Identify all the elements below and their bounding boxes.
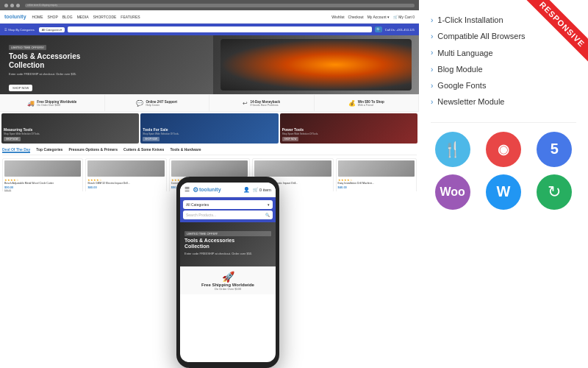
chef-symbol: 🍴 [443, 141, 462, 158]
phone-shipping: 🚀 Free Shipping Worldwide On Order Over … [180, 266, 276, 294]
tab-top-categories: Top Categories [36, 147, 62, 153]
chef-icon-circle: 🍴 [435, 132, 470, 167]
product-card-5: ★★★★☆ Easy Installation Drill Machine...… [336, 158, 417, 191]
phone-search-placeholder: Search Products... [186, 213, 216, 217]
cat-banner-forsale-sub: Shop Spare Wide Selection Of Tools. [143, 132, 179, 135]
tab-hardware: Tools & Hardware [170, 147, 201, 153]
phone-cart-icon: 🛒 0 item [253, 187, 271, 192]
phone-hamburger-icon: ☰ [184, 186, 190, 193]
feature-text-5: Google Fonts [437, 80, 486, 91]
cat-banner-power: Power Tools Shop Spare Wide Selection Of… [280, 113, 417, 144]
nav-blog: BLOG [62, 15, 73, 19]
phone-shipping-icon: 🚀 [184, 271, 272, 283]
phone-mockup: ☰ ⚙ toolunity 👤 🛒 0 item All Categories … [176, 177, 279, 368]
divider [431, 122, 576, 123]
feature-item-5: › Google Fonts [431, 80, 576, 91]
mock-nav-right: Wishlist Checkout My Account ▾ 🛒 My Cart… [331, 15, 415, 19]
browser-dot-1 [4, 4, 8, 7]
browser-bar: online store & shipping enquiry [0, 0, 419, 10]
nav-home: HOME [32, 15, 43, 19]
nav-media: MEDIA [77, 15, 89, 19]
mock-nav: toolunity HOME SHOP BLOG MEDIA SHORTCODE… [0, 10, 419, 24]
phone-search-icon: 🔍 [265, 213, 270, 217]
html5-symbol: 5 [551, 141, 559, 158]
magento-icon-circle: ◉ [486, 132, 521, 167]
woo-symbol: Woo [440, 185, 465, 199]
product-image-1 [4, 160, 81, 177]
mock-category-btn: All Categories ▾ [39, 27, 65, 32]
nav-account: My Account ▾ [368, 15, 390, 19]
tech-icon-chef: 🍴 [431, 132, 474, 167]
feature-text-1: 1-Click Installation [437, 15, 503, 25]
product-card-1: ★★★★☆ Bosch Adjustable Metal Wood Circle… [2, 158, 83, 191]
mock-phone-text: Call Us: +001-453-125 [385, 28, 415, 32]
mock-products-header: Deal Of The Day Top Categories Pressure … [2, 147, 417, 155]
mock-hero-title: Tools & AccessoriesCollection [9, 52, 80, 70]
feature-support: 💬 Online 24/7 SupportHelp Center [105, 95, 210, 111]
phone-hero: LIMITED TIME OFFER! Tools & AccessoriesC… [180, 222, 276, 266]
responsive-ribbon: RESPONSIVE [507, 0, 588, 81]
cat-banner-power-sub: Shop Spare Wide Selection Of Tools. [282, 132, 318, 135]
phone-category-select[interactable]: All Categories ▾ [183, 200, 273, 209]
arrow-icon-5: › [431, 81, 433, 91]
tab-deal-of-day: Deal Of The Day [2, 147, 30, 153]
refresh-symbol: ↻ [548, 183, 561, 202]
nav-wishlist: Wishlist [331, 15, 344, 19]
mock-hero-subtitle: Enter code FREESHIP at checkout. Order o… [9, 72, 80, 76]
phone-search-area: All Categories ▾ Search Products... 🔍 [180, 197, 276, 222]
product-price-2: $40.00 [87, 185, 164, 189]
mock-hero-cta: SHOP NOW [9, 85, 32, 91]
tab-cutters: Cutters & Some Knives [123, 147, 164, 153]
phone-outer: ☰ ⚙ toolunity 👤 🛒 0 item All Categories … [176, 177, 279, 368]
mock-search-row: ☰ Shop By Categories All Categories ▾ 🔍 … [0, 24, 419, 35]
mock-hero: LIMITED TIME OFFERS! Tools & Accessories… [0, 35, 419, 94]
mock-features-strip: 🚚 Free Shipping WorldwideOn Order Over $… [0, 94, 419, 112]
arrow-icon-2: › [431, 32, 433, 41]
mock-logo: toolunity [4, 14, 26, 19]
phone-hero-title: Tools & AccessoriesCollection [184, 238, 271, 250]
mock-nav-links: HOME SHOP BLOG MEDIA SHORTCODE FEATURES [32, 15, 140, 19]
phone-search-box[interactable]: Search Products... 🔍 [183, 210, 273, 219]
arrow-icon-6: › [431, 97, 433, 107]
phone-screen: ☰ ⚙ toolunity 👤 🛒 0 item All Categories … [180, 183, 276, 362]
mock-category-banners: Measuring Tools Shop Spare Wide Selectio… [0, 112, 419, 145]
cat-banner-measuring-btn: SHOP NOW [4, 137, 21, 141]
tech-icon-html5: 5 [533, 132, 576, 167]
feature-moneyback: ↩ 14-Day MoneybackIf Goods Have Problems [209, 95, 315, 111]
mockup-content: toolunity HOME SHOP BLOG MEDIA SHORTCODE… [0, 10, 419, 191]
cat-banner-power-btn: SHOP NOW [282, 137, 299, 141]
product-name-5: Easy Installation Drill Machine... [338, 182, 415, 185]
nav-shortcode: SHORTCODE [93, 15, 116, 19]
product-image-2 [87, 160, 164, 177]
product-card-2: ★★★★☆ Bosch GBM 32 Electric Impact Drill… [85, 158, 166, 191]
cat-banner-power-title: Power Tools [282, 127, 318, 132]
phone-hero-sub: Enter code FREESHIP at checkout. Order o… [184, 252, 271, 255]
arrow-icon-4: › [431, 65, 433, 74]
feature-shipping: 🚚 Free Shipping WorldwideOn Order Over $… [0, 95, 105, 111]
product-image-3 [171, 160, 248, 177]
phone-topbar: ☰ ⚙ toolunity 👤 🛒 0 item [180, 183, 276, 197]
feature-text-4: Blog Module [437, 64, 482, 74]
feature-text-3: Multi Language [437, 48, 492, 58]
wordpress-symbol: W [497, 183, 511, 200]
product-image-5 [338, 160, 415, 177]
phone-logo-text: toolunity [199, 187, 221, 192]
cat-banner-measuring-title: Measuring Tools [4, 127, 40, 132]
phone-category-arrow: ▾ [268, 202, 270, 207]
product-name-1: Bosch Adjustable Metal Wood Circle Cutte… [4, 182, 81, 185]
feature-item-6: › Newsletter Module [431, 96, 576, 107]
nav-cart: 🛒 My Cart 0 [393, 15, 415, 19]
phone-shipping-sub: On Order Over $100 [184, 287, 272, 291]
browser-dot-2 [10, 4, 14, 7]
tech-icon-magento: ◉ [481, 132, 525, 167]
mock-hero-badge: LIMITED TIME OFFERS! [9, 45, 46, 50]
arrow-icon-1: › [431, 15, 433, 25]
woo-icon-circle: Woo [435, 174, 470, 210]
product-name-2: Bosch GBM 32 Electric Impact Drill... [87, 182, 164, 185]
nav-shop: SHOP [48, 15, 58, 19]
html5-icon-circle: 5 [537, 132, 572, 167]
wordpress-icon-circle: W [486, 174, 521, 210]
browser-dot-3 [16, 4, 20, 7]
desktop-mockup: online store & shipping enquiry toolunit… [0, 0, 419, 191]
refresh-icon-circle: ↻ [537, 174, 572, 210]
